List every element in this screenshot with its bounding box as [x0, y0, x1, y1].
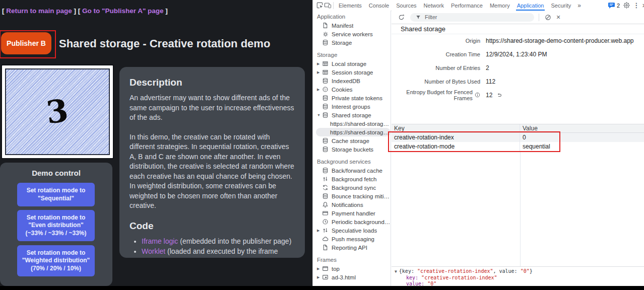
storage-toolbar: Filter ×	[392, 11, 644, 24]
inspect-element-icon[interactable]	[315, 2, 324, 10]
settings-gear-icon[interactable]	[622, 2, 630, 10]
sidebar-item-label: https://shared-storage-d...	[330, 129, 391, 135]
devtools-tabs: ElementsConsoleSourcesNetworkPerformance…	[335, 0, 574, 11]
reset-budget-icon[interactable]	[496, 92, 502, 98]
updown-icon	[322, 227, 329, 234]
sidebar-item-bounce-tracking-mitiga[interactable]: Bounce tracking mitiga...	[313, 192, 391, 200]
sidebar-item-service-workers[interactable]: Service workers	[313, 30, 391, 38]
column-header-key[interactable]: Key	[392, 124, 520, 132]
tab-security[interactable]: Security	[547, 0, 574, 11]
preview-summary: {key: "creative-rotation-index", value: …	[399, 268, 533, 274]
table-cell-value: sequential	[520, 142, 644, 151]
expanded-triangle-icon[interactable]: ▼	[317, 113, 322, 117]
sidebar-item-reporting-api[interactable]: Reporting API	[313, 243, 391, 252]
sidebar-item-session-storage[interactable]: ▶Session storage	[313, 68, 391, 77]
sidebar-item-local-storage[interactable]: ▶Local storage	[313, 59, 391, 68]
refresh-icon[interactable]	[397, 13, 405, 21]
publisher-page: [ Return to main page ] [ Go to "Publish…	[0, 0, 312, 290]
tab-console[interactable]: Console	[365, 0, 393, 11]
collapsed-triangle-icon[interactable]: ▶	[317, 62, 322, 66]
metadata-label: Number of Bytes Used	[392, 79, 480, 85]
sidebar-item-storage-buckets[interactable]: Storage buckets	[313, 145, 391, 154]
updown-icon	[322, 176, 329, 183]
publisher-a-page-link[interactable]: Go to "Publisher A" page	[82, 7, 164, 15]
tab-elements[interactable]: Elements	[335, 0, 365, 11]
demo-control-panel: Demo control Set rotation mode to"Sequen…	[0, 163, 112, 286]
filter-funnel-icon	[414, 13, 422, 21]
table-row-creative-rotation-index[interactable]: creative-rotation-index0	[392, 133, 644, 142]
sidebar-item-private-state-tokens[interactable]: Private state tokens	[313, 94, 391, 102]
code-list-item: Iframe logic (embedded into the publishe…	[142, 237, 295, 247]
set-weighted-distribution-button[interactable]: Set rotation mode to"Weighted distributi…	[17, 245, 95, 276]
clear-all-icon[interactable]	[544, 13, 552, 21]
sync-icon	[322, 184, 329, 191]
file-icon	[322, 22, 329, 29]
more-tabs-button[interactable]: »	[574, 0, 584, 11]
sidebar-item-label: Private state tokens	[332, 95, 382, 101]
sidebar-item-shared-storage[interactable]: ▼Shared storage	[313, 111, 391, 119]
set-sequential-button[interactable]: Set rotation mode to"Sequential"	[17, 183, 95, 206]
tab-network[interactable]: Network	[420, 0, 447, 11]
iframe-icon	[322, 274, 329, 281]
sidebar-item-background-fetch[interactable]: Background fetch	[313, 175, 391, 183]
sidebar-item-ad-3-html[interactable]: ▶ad-3.html	[313, 273, 391, 281]
sidebar-item-payment-handler[interactable]: Payment handler	[313, 209, 391, 218]
sidebar-item-label: Speculative loads	[332, 228, 377, 234]
issues-icon[interactable]	[607, 2, 615, 10]
code-link-iframe-logic[interactable]: Iframe logic	[142, 237, 178, 245]
sidebar-item-background-sync[interactable]: Background sync	[313, 183, 391, 192]
sidebar-item-https-shared-storage-d[interactable]: https://shared-storage-d...	[316, 128, 391, 136]
sidebar-item-cookies[interactable]: ▶Cookies	[313, 85, 391, 94]
sidebar-section-storage: Storage▶Local storage▶Session storageInd…	[313, 51, 391, 154]
sidebar-item-push-messaging[interactable]: Push messaging	[313, 235, 391, 243]
tab-memory[interactable]: Memory	[486, 0, 513, 11]
column-header-value[interactable]: Value	[520, 124, 644, 132]
sidebar-item-back-forward-cache[interactable]: Back/forward cache	[313, 166, 391, 175]
sidebar-item-https-shared-storage-d[interactable]: https://shared-storage-d...	[313, 119, 391, 128]
sidebar-item-periodic-background-s[interactable]: Periodic background s...	[313, 218, 391, 226]
tab-sources[interactable]: Sources	[393, 0, 420, 11]
collapsed-triangle-icon[interactable]: ▶	[317, 275, 322, 279]
close-devtools-icon[interactable]: ×	[642, 2, 644, 9]
filter-input[interactable]: Filter	[410, 13, 534, 22]
description-heading: Description	[130, 77, 295, 88]
sidebar-section-title: Frames	[313, 256, 391, 264]
collapsed-triangle-icon[interactable]: ▶	[317, 267, 322, 271]
service-worker-icon	[322, 31, 329, 38]
sidebar-item-speculative-loads[interactable]: ▶Speculative loads	[313, 226, 391, 235]
expand-triangle-icon[interactable]: ▼	[395, 269, 397, 274]
sidebar-item-manifest[interactable]: Manifest	[313, 21, 391, 30]
database-icon	[322, 146, 329, 153]
tab-application[interactable]: Application	[513, 0, 548, 11]
tab-performance[interactable]: Performance	[447, 0, 486, 11]
set-even-distribution-button[interactable]: Set rotation mode to"Even distribution"(…	[17, 210, 95, 241]
sidebar-section-background-services: Background servicesBack/forward cacheBac…	[313, 158, 391, 252]
kebab-menu-icon[interactable]: ⋮	[633, 2, 639, 9]
sidebar-item-notifications[interactable]: Notifications	[313, 200, 391, 209]
preview-token: "creative-rotation-index"	[417, 268, 493, 274]
sidebar-item-interest-groups[interactable]: Interest groups	[313, 102, 391, 111]
return-main-page-link[interactable]: Return to main page	[6, 7, 72, 15]
info-icon[interactable]	[475, 92, 480, 98]
database-icon	[322, 137, 329, 144]
metadata-row: Entropy Budget for Fenced Frames12	[392, 88, 644, 102]
table-row-creative-rotation-mode[interactable]: creative-rotation-modesequential	[392, 142, 644, 151]
sidebar-item-indexeddb[interactable]: IndexedDB	[313, 77, 391, 85]
code-link-worklet[interactable]: Worklet	[142, 247, 165, 255]
preview-token: }	[530, 268, 533, 274]
property-value: "creative-rotation-index"	[421, 275, 497, 280]
preview-object-line[interactable]: ▼{key: "creative-rotation-index", value:…	[395, 268, 644, 275]
collapsed-triangle-icon[interactable]: ▶	[317, 70, 322, 75]
sidebar-item-top[interactable]: ▶top	[313, 264, 391, 273]
database-icon	[322, 193, 329, 200]
sidebar-section-title: Application	[313, 13, 391, 21]
sidebar-item-label: ad-3.html	[332, 274, 356, 280]
sidebar-item-label: Back/forward cache	[332, 168, 382, 174]
sidebar-item-label: Session storage	[332, 69, 373, 76]
device-toolbar-icon[interactable]	[324, 2, 332, 10]
sidebar-item-cache-storage[interactable]: Cache storage	[313, 136, 391, 145]
sidebar-item-storage[interactable]: Storage	[313, 38, 391, 47]
collapsed-triangle-icon[interactable]: ▶	[317, 88, 322, 92]
collapsed-triangle-icon[interactable]: ▶	[317, 229, 322, 233]
delete-selected-icon[interactable]: ×	[556, 14, 560, 21]
